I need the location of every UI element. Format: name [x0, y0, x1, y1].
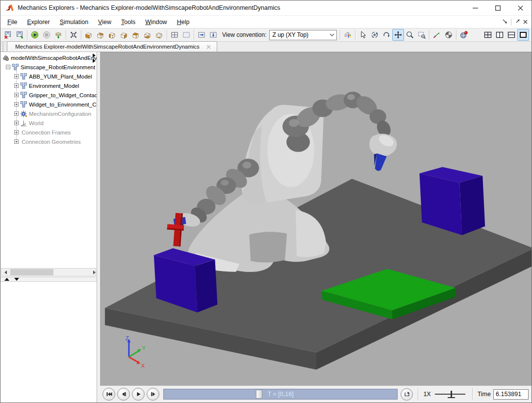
zoom-fit-button[interactable]	[68, 29, 79, 41]
expand-icon[interactable]: +	[14, 139, 19, 144]
menu-file[interactable]: File	[2, 16, 22, 28]
zoom-region-button[interactable]	[416, 29, 428, 41]
roll-button[interactable]	[380, 29, 392, 41]
tab-close-icon[interactable]	[206, 45, 211, 49]
view-back-icon	[97, 31, 104, 39]
select-cursor-button[interactable]	[357, 29, 369, 41]
time-input[interactable]	[493, 389, 529, 400]
tree-item-connection-frames[interactable]: +Connection Frames	[0, 128, 97, 137]
view-front-button[interactable]	[83, 29, 95, 41]
view-bottom-button[interactable]	[142, 29, 153, 41]
time-slider[interactable]: T = [0,16]	[163, 389, 398, 400]
layout-blank-button[interactable]	[180, 29, 192, 41]
save-green-arrow-button[interactable]	[14, 29, 25, 41]
tree-item-environment-model[interactable]: +Environment_Model	[0, 81, 97, 90]
viewport-3d[interactable]: Z Y X	[100, 52, 532, 385]
panel-splitter[interactable]	[0, 277, 97, 282]
tile-quad-button[interactable]	[482, 29, 494, 41]
tree-item-world[interactable]: +World	[0, 118, 97, 128]
scroll-left-button[interactable]	[1, 269, 9, 276]
scroll-right-button[interactable]	[88, 269, 96, 276]
tree-item-gripper-to-widget-contact[interactable]: +Gripper_to_Widget_Contact	[0, 90, 97, 100]
orbit-button[interactable]	[369, 29, 380, 41]
undock-icon[interactable]	[515, 19, 520, 26]
toolbar-separator	[456, 30, 456, 40]
view-right-icon	[120, 31, 128, 39]
tile-single-button[interactable]	[517, 29, 529, 41]
save-red-x-button[interactable]	[2, 29, 14, 41]
tab-label: Mechanics Explorer-modelWithSimscapeRobo…	[15, 44, 200, 50]
expand-icon[interactable]: +	[14, 130, 19, 134]
tree-item-modelwithsimscaperobotandenvir[interactable]: modelWithSimscapeRobotAndEnvironmentDyna…	[0, 53, 97, 62]
tree-item-abb-yumi-plant-model[interactable]: +ABB_YUMI_Plant_Model	[0, 72, 97, 81]
zoom-in-button[interactable]	[404, 29, 416, 41]
menu-explorer[interactable]: Explorer	[22, 16, 55, 28]
expand-icon[interactable]: +	[14, 74, 19, 79]
tab-mechanics-explorer[interactable]: Mechanics Explorer-modelWithSimscapeRobo…	[7, 41, 217, 52]
dock-icon[interactable]	[503, 19, 507, 26]
play-button[interactable]	[132, 388, 145, 401]
maximize-button[interactable]	[486, 0, 509, 15]
close-button[interactable]	[509, 0, 532, 15]
toolbar-left-section	[2, 29, 219, 41]
expand-icon[interactable]: +	[14, 111, 19, 116]
go-to-start-button[interactable]	[102, 388, 115, 401]
tile-columns-button[interactable]	[494, 29, 506, 41]
record-video-button[interactable]	[458, 29, 470, 41]
visual-settings-button[interactable]	[342, 29, 354, 41]
tree-item-widget-to-environment-contact[interactable]: +Widget_to_Environment_Contact	[0, 100, 97, 109]
expand-icon[interactable]: +	[14, 121, 19, 125]
pane-forward-button[interactable]	[196, 29, 207, 41]
layers-export-button[interactable]	[52, 29, 64, 41]
tile-columns-icon	[496, 31, 504, 39]
view-isometric-button[interactable]	[153, 29, 165, 41]
stop-button[interactable]	[41, 29, 52, 41]
tile-rows-button[interactable]	[506, 29, 517, 41]
menu-help[interactable]: Help	[172, 16, 195, 28]
tree-horizontal-scrollbar[interactable]	[1, 268, 96, 276]
step-back-button[interactable]	[117, 388, 130, 401]
collapse-icon[interactable]: −	[6, 65, 10, 69]
speed-slider[interactable]	[435, 391, 465, 398]
playback-toolbar: T = [0,16] 1X Time	[100, 385, 532, 403]
axis-y-label: Y	[142, 345, 146, 351]
tree-item-simscape-robotenvironment[interactable]: −Simscape_RobotEnvironment	[0, 62, 97, 72]
time-slider-thumb[interactable]	[256, 390, 262, 399]
loop-button[interactable]	[401, 388, 413, 401]
time-range-label: T = [0,16]	[164, 389, 397, 399]
menu-simulation[interactable]: Simulation	[55, 16, 93, 28]
tab-grip[interactable]	[1, 42, 5, 52]
layout-four-pane-button[interactable]	[169, 29, 180, 41]
pan-button[interactable]	[392, 29, 404, 41]
expand-icon[interactable]: +	[14, 102, 19, 107]
tree-item-label: Simscape_RobotEnvironment	[21, 64, 95, 70]
tree-item-connection-geometries[interactable]: +Connection Geometries	[0, 137, 97, 146]
play-button[interactable]	[29, 29, 41, 41]
view-top-button[interactable]	[130, 29, 142, 41]
menu-items: FileExplorerSimulationViewToolsWindowHel…	[2, 16, 194, 28]
step-forward-button[interactable]	[147, 388, 159, 401]
close-panel-icon[interactable]	[523, 19, 528, 26]
toolbar-layout-section	[482, 29, 529, 41]
splitter-collapse-down-icon[interactable]	[14, 278, 19, 281]
view-convention-dropdown[interactable]: Z up (XY Top)	[269, 30, 337, 40]
speed-slider-track	[435, 394, 465, 395]
frame-axes-button[interactable]	[431, 29, 443, 41]
tree-item-mechanismconfiguration[interactable]: +MechanismConfiguration	[0, 109, 97, 118]
perspective-button[interactable]	[443, 29, 455, 41]
pane-down-button[interactable]	[207, 29, 219, 41]
view-right-button[interactable]	[118, 29, 130, 41]
view-back-button[interactable]	[95, 29, 106, 41]
expand-icon[interactable]: +	[14, 93, 19, 97]
menu-view[interactable]: View	[93, 16, 116, 28]
toolbar-separator	[167, 30, 167, 40]
titlebar: Mechanics Explorers - Mechanics Explorer…	[0, 0, 532, 15]
menu-window[interactable]: Window	[140, 16, 172, 28]
splitter-collapse-up-icon[interactable]	[4, 278, 9, 281]
view-left-button[interactable]	[106, 29, 118, 41]
menu-tools[interactable]: Tools	[116, 16, 140, 28]
minimize-button[interactable]	[464, 0, 486, 15]
expand-icon[interactable]: +	[14, 83, 19, 88]
speed-slider-thumb[interactable]	[451, 391, 452, 398]
scrollbar-thumb[interactable]	[10, 269, 53, 275]
